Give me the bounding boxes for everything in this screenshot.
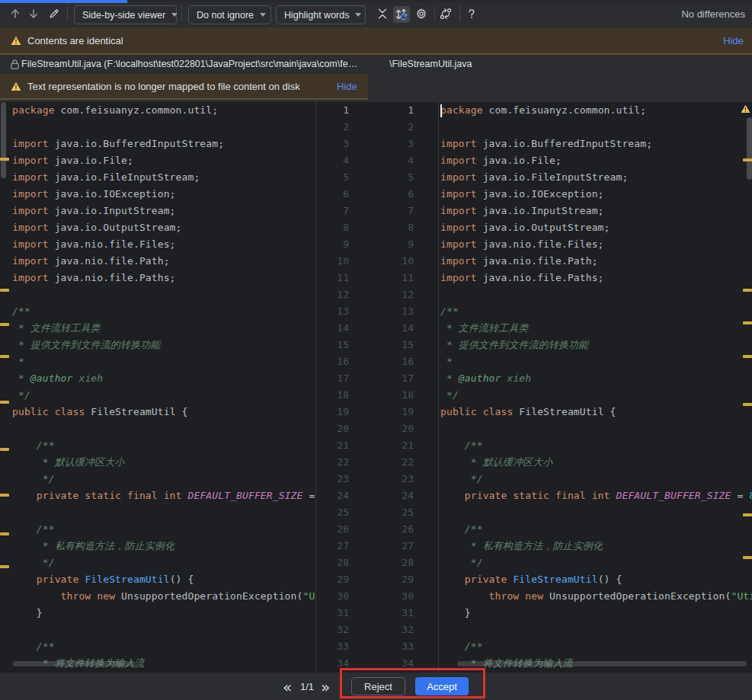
code-line: * 私有构造方法，防止实例化: [440, 538, 752, 555]
line-number: 11: [308, 270, 349, 286]
warning-stripe-mark[interactable]: [0, 289, 9, 292]
line-number: 31: [373, 605, 414, 622]
line-number: 16: [373, 353, 414, 370]
code-line: [12, 420, 315, 437]
warning-stripe-mark[interactable]: [0, 158, 9, 161]
line-number: 4: [308, 152, 349, 169]
toolbar-separator: [181, 6, 182, 21]
line-number: 22: [308, 454, 349, 471]
right-gutter-border: [438, 102, 439, 673]
line-number: 31: [308, 605, 349, 622]
toolbar-separator: [459, 6, 460, 21]
previous-difference-icon[interactable]: [9, 8, 21, 20]
line-number: 32: [373, 622, 414, 638]
code-line: import java.io.File;: [440, 152, 752, 169]
code-line: private FileStreamUtil() {: [12, 571, 315, 588]
code-line: * 私有构造方法，防止实例化: [12, 538, 315, 555]
warning-stripe-mark[interactable]: [743, 158, 752, 161]
line-number: 24: [373, 487, 414, 504]
code-line: *: [12, 353, 315, 370]
line-number: 28: [308, 555, 349, 571]
line-number: 8: [308, 219, 349, 236]
help-icon[interactable]: [466, 8, 478, 20]
code-line: * @author xieh: [440, 370, 752, 387]
code-line: /**: [12, 437, 315, 454]
left-vertical-scrollbar[interactable]: [1, 102, 6, 178]
warning-stripe-mark[interactable]: [743, 513, 752, 516]
code-line: [440, 420, 752, 437]
line-number: 15: [308, 337, 349, 353]
code-line: private static final int DEFAULT_BUFFER_…: [440, 487, 752, 504]
warning-stripe-mark[interactable]: [743, 556, 752, 559]
line-number: 27: [308, 538, 349, 555]
code-line: private FileStreamUtil() {: [440, 571, 752, 588]
next-difference-icon[interactable]: [27, 8, 40, 20]
warning-stripe-mark[interactable]: [743, 289, 752, 292]
next-change-button[interactable]: »: [321, 679, 330, 695]
right-code-pane[interactable]: package com.feisuanyz.common.util; impor…: [440, 102, 752, 673]
inspections-warning-icon[interactable]: [741, 104, 750, 113]
code-line: * 文件流转工具类: [440, 320, 752, 337]
right-horizontal-scrollbar[interactable]: [457, 661, 747, 666]
warning-stripe-mark[interactable]: [0, 401, 9, 404]
right-vertical-scrollbar[interactable]: [747, 117, 752, 180]
code-line: /**: [440, 521, 752, 538]
chevron-down-icon: [355, 13, 361, 17]
line-number: 27: [373, 538, 414, 555]
line-number: 2: [308, 119, 349, 136]
sync-scroll-icon: [393, 6, 410, 23]
right-line-numbers: 1234567891011121314151617181920212223242…: [373, 102, 414, 673]
collapse-unchanged-icon[interactable]: [376, 8, 389, 20]
ignore-policy-dropdown[interactable]: Do not ignore: [188, 5, 271, 24]
code-line: [440, 119, 752, 136]
warning-stripe-mark[interactable]: [0, 448, 9, 451]
warning-stripe-mark[interactable]: [0, 565, 9, 568]
code-line: */: [12, 471, 315, 487]
line-number: 6: [373, 186, 414, 203]
code-line: [440, 504, 752, 521]
warning-icon: [11, 82, 21, 91]
warning-stripe-mark[interactable]: [0, 532, 9, 535]
swap-sides-icon[interactable]: [440, 8, 452, 20]
ignore-policy-label: Do not ignore: [197, 10, 254, 21]
line-number: 14: [308, 320, 349, 337]
code-line: import java.nio.file.Path;: [440, 253, 752, 270]
gear-icon[interactable]: [415, 8, 427, 20]
line-number: 8: [373, 219, 414, 236]
code-line: throw new UnsupportedOperationException(…: [12, 588, 315, 605]
pencil-icon[interactable]: [48, 8, 60, 20]
text-caret: [440, 104, 442, 117]
code-line: [12, 504, 315, 521]
code-line: * 文件流转工具类: [12, 320, 315, 337]
code-line: /**: [440, 437, 752, 454]
warning-stripe-mark[interactable]: [743, 355, 752, 358]
left-code-pane[interactable]: package com.feisuanyz.common.util; impor…: [12, 102, 315, 673]
hide-banner-link[interactable]: Hide: [337, 81, 357, 92]
highlight-policy-dropdown[interactable]: Highlight words: [276, 5, 366, 24]
banner-message: Contents are identical: [27, 35, 123, 46]
line-number: 28: [373, 555, 414, 571]
warning-stripe-mark[interactable]: [743, 321, 752, 324]
warning-stripe-mark[interactable]: [0, 323, 9, 326]
code-line: package com.feisuanyz.common.util;: [440, 102, 752, 119]
code-line: import java.io.File;: [12, 152, 315, 169]
viewer-mode-dropdown[interactable]: Side-by-side viewer: [74, 5, 177, 24]
warning-stripe-mark[interactable]: [743, 403, 752, 406]
status-no-differences: No differences: [681, 8, 745, 20]
line-number: 23: [308, 471, 349, 487]
line-number: 12: [308, 286, 349, 303]
warning-stripe-mark[interactable]: [0, 494, 9, 497]
code-line: }: [12, 605, 315, 622]
sync-scroll-button[interactable]: [393, 6, 410, 23]
code-line: import java.io.FileInputStream;: [12, 169, 315, 186]
line-number: 20: [373, 420, 414, 437]
hide-banner-link[interactable]: Hide: [723, 35, 744, 46]
previous-change-button[interactable]: «: [283, 679, 292, 695]
line-number: 17: [308, 370, 349, 387]
line-number: 19: [373, 404, 414, 420]
line-number: 30: [308, 588, 349, 605]
warning-stripe-mark[interactable]: [0, 355, 9, 358]
left-horizontal-scrollbar[interactable]: [13, 661, 136, 666]
code-line: import java.io.OutputStream;: [440, 219, 752, 236]
diff-editor-area: package com.feisuanyz.common.util; impor…: [0, 102, 752, 673]
